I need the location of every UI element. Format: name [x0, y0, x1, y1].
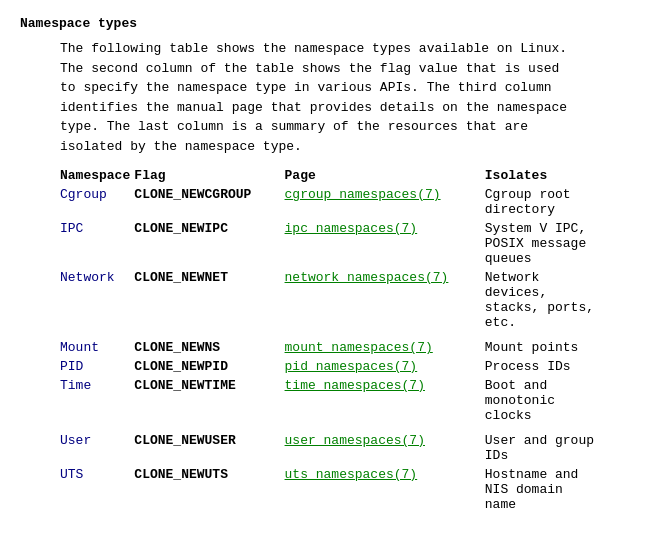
ns-flag-cell: CLONE_NEWTIME — [134, 376, 284, 425]
ns-flag-cell: CLONE_NEWNS — [134, 338, 284, 357]
ns-page-cell[interactable]: ipc_namespaces(7) — [285, 219, 485, 268]
ns-flag-cell: CLONE_NEWUTS — [134, 465, 284, 514]
ns-name-cell: Network — [20, 268, 134, 332]
ns-name-cell: User — [20, 431, 134, 465]
table-row: UserCLONE_NEWUSERuser_namespaces(7)User … — [20, 431, 635, 465]
ns-name-cell: Cgroup — [20, 185, 134, 219]
table-row: MountCLONE_NEWNSmount_namespaces(7)Mount… — [20, 338, 635, 357]
ns-page-cell[interactable]: user_namespaces(7) — [285, 431, 485, 465]
ns-page-cell[interactable]: uts_namespaces(7) — [285, 465, 485, 514]
ns-page-cell[interactable]: cgroup_namespaces(7) — [285, 185, 485, 219]
ns-isolates-cell: Networkdevices,stacks, ports,etc. — [485, 268, 635, 332]
col-header-namespace: Namespace — [20, 166, 134, 185]
intro-line-1: The following table shows the namespace … — [60, 41, 567, 56]
ns-flag-cell: CLONE_NEWCGROUP — [134, 185, 284, 219]
ns-flag-cell: CLONE_NEWIPC — [134, 219, 284, 268]
ns-page-cell[interactable]: pid_namespaces(7) — [285, 357, 485, 376]
table-row: UTSCLONE_NEWUTSuts_namespaces(7)Hostname… — [20, 465, 635, 514]
table-row: CgroupCLONE_NEWCGROUPcgroup_namespaces(7… — [20, 185, 635, 219]
ns-flag-cell: CLONE_NEWNET — [134, 268, 284, 332]
ns-isolates-cell: Mount points — [485, 338, 635, 357]
ns-isolates-cell: Cgroup rootdirectory — [485, 185, 635, 219]
ns-isolates-cell: User and groupIDs — [485, 431, 635, 465]
ns-flag-cell: CLONE_NEWPID — [134, 357, 284, 376]
ns-name-cell: IPC — [20, 219, 134, 268]
intro-line-3: to specify the namespace type in various… — [60, 80, 551, 95]
section-title: Namespace types — [20, 16, 635, 31]
ns-isolates-cell: Boot andmonotonicclocks — [485, 376, 635, 425]
intro-line-6: isolated by the namespace type. — [60, 139, 302, 154]
table-row: IPCCLONE_NEWIPCipc_namespaces(7)System V… — [20, 219, 635, 268]
ns-isolates-cell: Process IDs — [485, 357, 635, 376]
table-row: TimeCLONE_NEWTIMEtime_namespaces(7)Boot … — [20, 376, 635, 425]
intro-line-2: The second column of the table shows the… — [60, 61, 559, 76]
table-header-row: Namespace Flag Page Isolates — [20, 166, 635, 185]
ns-isolates-cell: Hostname andNIS domainname — [485, 465, 635, 514]
col-header-isolates: Isolates — [485, 166, 635, 185]
col-header-flag: Flag — [134, 166, 284, 185]
ns-name-cell: Time — [20, 376, 134, 425]
ns-isolates-cell: System V IPC,POSIX messagequeues — [485, 219, 635, 268]
intro-line-5: type. The last column is a summary of th… — [60, 119, 528, 134]
table-row: NetworkCLONE_NEWNETnetwork_namespaces(7)… — [20, 268, 635, 332]
ns-name-cell: Mount — [20, 338, 134, 357]
namespace-table: Namespace Flag Page Isolates CgroupCLONE… — [20, 166, 635, 514]
ns-page-cell[interactable]: time_namespaces(7) — [285, 376, 485, 425]
ns-flag-cell: CLONE_NEWUSER — [134, 431, 284, 465]
ns-name-cell: PID — [20, 357, 134, 376]
ns-page-cell[interactable]: network_namespaces(7) — [285, 268, 485, 332]
intro-paragraph: The following table shows the namespace … — [60, 39, 635, 156]
col-header-page: Page — [285, 166, 485, 185]
ns-name-cell: UTS — [20, 465, 134, 514]
intro-line-4: identifies the manual page that provides… — [60, 100, 567, 115]
ns-page-cell[interactable]: mount_namespaces(7) — [285, 338, 485, 357]
table-row: PIDCLONE_NEWPIDpid_namespaces(7)Process … — [20, 357, 635, 376]
